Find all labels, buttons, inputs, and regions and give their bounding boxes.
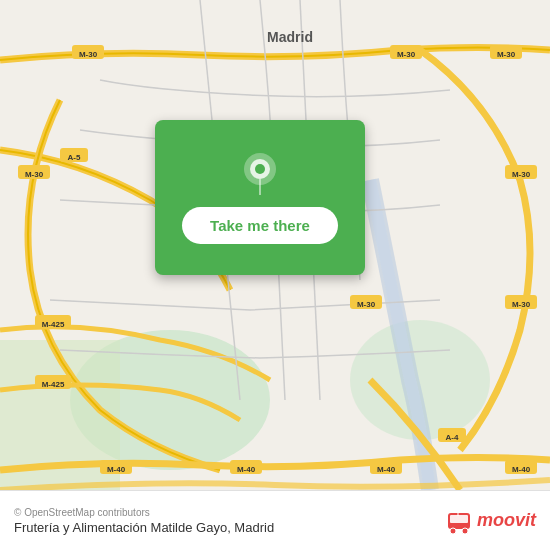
svg-point-40 <box>450 528 456 534</box>
take-me-there-button[interactable]: Take me there <box>182 207 338 244</box>
location-name: Frutería y Alimentación Matilde Gayo, Ma… <box>14 520 274 535</box>
svg-text:A-4: A-4 <box>446 433 459 442</box>
svg-text:M-30: M-30 <box>497 50 516 59</box>
moovit-logo: moovit <box>445 507 536 535</box>
location-card: Take me there <box>155 120 365 275</box>
svg-point-41 <box>462 528 468 534</box>
svg-text:M-40: M-40 <box>107 465 126 474</box>
svg-rect-39 <box>450 515 468 523</box>
location-pin-icon <box>238 151 282 195</box>
svg-text:M-40: M-40 <box>512 465 531 474</box>
svg-text:M-425: M-425 <box>42 320 65 329</box>
svg-text:M-30: M-30 <box>357 300 376 309</box>
svg-text:M-425: M-425 <box>42 380 65 389</box>
svg-text:M-40: M-40 <box>377 465 396 474</box>
svg-text:M-30: M-30 <box>79 50 98 59</box>
moovit-bus-icon <box>445 507 473 535</box>
svg-text:M-30: M-30 <box>512 300 531 309</box>
svg-rect-42 <box>457 513 459 516</box>
map-container: M-30 M-30 M-30 M-30 M-30 M-30 M-30 A-5 M… <box>0 0 550 490</box>
moovit-label: moovit <box>477 510 536 531</box>
attribution-text: © OpenStreetMap contributors <box>14 507 274 518</box>
svg-text:Madrid: Madrid <box>267 29 313 45</box>
svg-text:M-40: M-40 <box>237 465 256 474</box>
svg-point-37 <box>255 164 265 174</box>
svg-text:M-30: M-30 <box>512 170 531 179</box>
svg-text:M-30: M-30 <box>25 170 44 179</box>
bottom-bar: © OpenStreetMap contributors Frutería y … <box>0 490 550 550</box>
svg-text:A-5: A-5 <box>68 153 81 162</box>
svg-text:M-30: M-30 <box>397 50 416 59</box>
bottom-info: © OpenStreetMap contributors Frutería y … <box>14 507 274 535</box>
